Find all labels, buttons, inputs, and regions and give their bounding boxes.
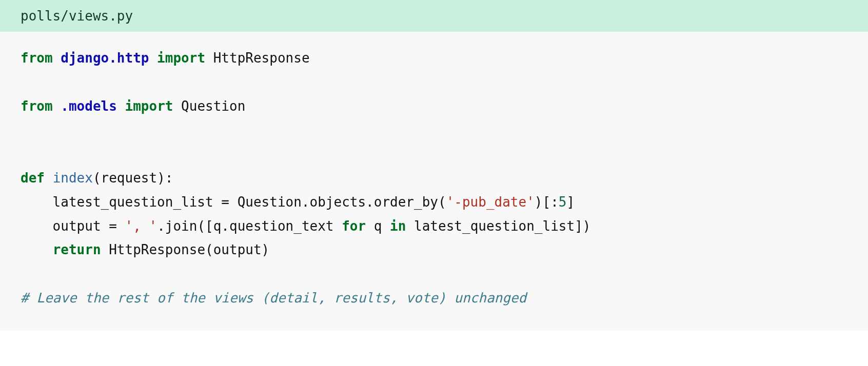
str-sep: ', ' bbox=[125, 218, 157, 234]
join-call: .join([q.question_text bbox=[157, 218, 342, 234]
ns-django-http: django.http bbox=[61, 50, 149, 66]
kw-from: from bbox=[21, 98, 61, 114]
indent bbox=[21, 242, 53, 257]
kw-def: def bbox=[21, 170, 53, 186]
kw-import: import bbox=[149, 50, 205, 66]
code-snippet: polls/views.py from django.http import H… bbox=[0, 0, 868, 331]
str-pubdate: '-pub_date' bbox=[446, 194, 535, 210]
kw-from: from bbox=[21, 50, 61, 66]
id-question: Question bbox=[173, 98, 245, 114]
kw-import: import bbox=[117, 98, 173, 114]
num-5: 5 bbox=[559, 194, 567, 210]
code-body: from django.http import HttpResponse fro… bbox=[0, 32, 868, 331]
line-output: output = bbox=[21, 218, 125, 234]
kw-for: for bbox=[342, 218, 366, 234]
kw-in: in bbox=[390, 218, 406, 234]
line-latest: latest_question_list = Question.objects.… bbox=[21, 194, 446, 210]
params: (request): bbox=[93, 170, 173, 186]
fn-index: index bbox=[53, 170, 93, 186]
ns-models: .models bbox=[61, 98, 117, 114]
return-call: HttpResponse(output) bbox=[101, 242, 270, 257]
slice-close: ] bbox=[566, 194, 575, 210]
slice-open: )[: bbox=[535, 194, 559, 210]
loopvar: q bbox=[366, 218, 390, 234]
id-httpresponse: HttpResponse bbox=[205, 50, 310, 66]
comment: # Leave the rest of the views (detail, r… bbox=[21, 290, 526, 306]
snippet-filename: polls/views.py bbox=[0, 0, 868, 32]
loop-rest: latest_question_list]) bbox=[406, 218, 590, 234]
kw-return: return bbox=[53, 242, 101, 257]
